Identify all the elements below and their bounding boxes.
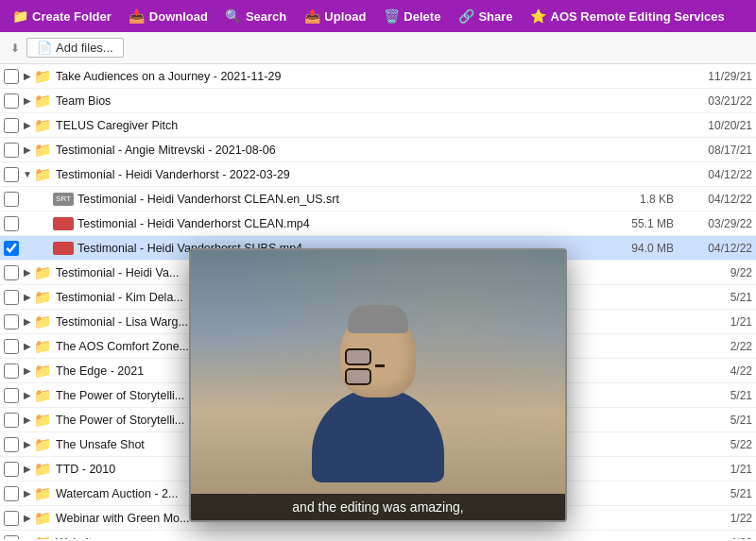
add-files-row: ⬇ 📄 Add files... [0, 32, 756, 64]
row-checkbox[interactable] [4, 69, 19, 84]
file-row[interactable]: ▶📁TELUS Caregiver Pitch10/20/21 [0, 113, 756, 138]
download-button[interactable]: 📥Download [121, 5, 215, 27]
row-checkbox[interactable] [4, 462, 19, 477]
row-expand-arrow[interactable] [21, 217, 34, 230]
file-date: 1/21 [681, 315, 752, 329]
row-checkbox[interactable] [4, 216, 19, 231]
add-files-label: Add files... [56, 41, 113, 55]
share-button[interactable]: 🔗Share [450, 5, 520, 27]
download-icon: 📥 [129, 8, 146, 25]
row-expand-arrow[interactable]: ▶ [21, 315, 34, 329]
row-checkbox[interactable] [4, 192, 19, 207]
folder-icon: 📁 [34, 436, 52, 453]
file-date: 11/29/21 [681, 70, 752, 83]
file-date: 1/21 [681, 463, 752, 476]
file-size: 55.1 MB [615, 217, 681, 230]
file-date: 03/21/22 [681, 94, 752, 108]
file-date: 5/21 [681, 389, 752, 402]
file-date: 03/29/22 [681, 217, 752, 230]
collapse-arrow[interactable]: ⬇ [8, 41, 23, 56]
row-expand-arrow[interactable]: ▶ [21, 70, 34, 83]
folder-icon: 📁 [34, 387, 52, 404]
row-checkbox[interactable] [4, 93, 19, 109]
folder-icon: 📁 [34, 68, 52, 85]
video-background: and the editing was amazing, [191, 250, 565, 520]
create-folder-label: Create Folder [32, 9, 112, 24]
row-expand-arrow[interactable]: ▶ [21, 340, 34, 353]
video-thumbnail-icon [53, 242, 74, 255]
file-size: 94.0 MB [615, 242, 681, 255]
file-date: 4/22 [681, 536, 752, 540]
row-checkbox[interactable] [4, 363, 19, 379]
row-expand-arrow[interactable]: ▶ [21, 389, 34, 402]
row-expand-arrow[interactable]: ▶ [21, 291, 34, 304]
file-row[interactable]: ▼📁Testimonial - Heidi Vanderhorst - 2022… [0, 162, 756, 187]
create-folder-button[interactable]: 📁Create Folder [4, 5, 119, 27]
row-expand-arrow[interactable]: ▶ [21, 119, 34, 132]
row-checkbox[interactable] [4, 143, 19, 158]
row-checkbox[interactable] [4, 535, 19, 540]
share-label: Share [478, 9, 512, 24]
row-checkbox[interactable] [4, 290, 19, 305]
row-expand-arrow[interactable]: ▶ [21, 414, 34, 427]
file-row[interactable]: ▶📁Testimonial - Angie Mitrevski - 2021-0… [0, 138, 756, 162]
video-thumbnail-icon [53, 217, 74, 230]
file-name: TELUS Caregiver Pitch [56, 119, 615, 132]
file-date: 9/22 [681, 266, 752, 279]
row-expand-arrow[interactable]: ▶ [21, 438, 34, 451]
upload-button[interactable]: 📤Upload [296, 5, 373, 27]
row-checkbox[interactable] [4, 511, 19, 526]
row-expand-arrow[interactable]: ▶ [21, 463, 34, 476]
row-expand-arrow[interactable]: ▶ [21, 364, 34, 378]
row-expand-arrow[interactable]: ▼ [21, 168, 34, 181]
folder-icon: 📁 [34, 93, 52, 110]
file-row[interactable]: ▶📁Team Bios03/21/22 [0, 89, 756, 113]
row-checkbox[interactable] [4, 486, 19, 501]
row-expand-arrow[interactable]: ▶ [21, 266, 34, 279]
row-checkbox[interactable] [4, 314, 19, 330]
file-date: 04/12/22 [681, 242, 752, 255]
row-checkbox[interactable] [4, 265, 19, 280]
folder-icon: 📁 [34, 289, 52, 306]
folder-icon: 📁 [34, 142, 52, 159]
delete-button[interactable]: 🗑️Delete [375, 5, 448, 27]
row-expand-arrow[interactable] [21, 193, 34, 206]
file-date: 08/17/21 [681, 144, 752, 157]
row-checkbox[interactable] [4, 339, 19, 354]
upload-icon: 📤 [303, 8, 320, 25]
row-expand-arrow[interactable]: ▶ [21, 487, 34, 500]
row-checkbox[interactable] [4, 241, 19, 256]
file-date: 5/21 [681, 487, 752, 500]
row-checkbox[interactable] [4, 167, 19, 182]
create-folder-icon: 📁 [11, 8, 28, 25]
row-expand-arrow[interactable]: ▶ [21, 94, 34, 108]
person-head [340, 313, 416, 397]
search-button[interactable]: 🔍Search [217, 5, 294, 27]
file-row[interactable]: ▶📁Take Audiences on a Journey - 2021-11-… [0, 64, 756, 89]
row-expand-arrow[interactable]: ▶ [21, 512, 34, 525]
file-row[interactable]: Testimonial - Heidi Vanderhorst CLEAN.mp… [0, 211, 756, 236]
row-checkbox[interactable] [4, 118, 19, 133]
delete-label: Delete [404, 9, 440, 24]
row-expand-arrow[interactable] [21, 242, 34, 255]
row-checkbox[interactable] [4, 413, 19, 428]
search-icon: 🔍 [225, 8, 242, 25]
row-checkbox[interactable] [4, 437, 19, 452]
folder-icon: 📁 [34, 412, 52, 429]
folder-icon: 📁 [34, 363, 52, 380]
file-row[interactable]: ▶📁Website4/22 [0, 531, 756, 539]
aos-button[interactable]: ⭐AOS Remote Editing Services [523, 5, 732, 27]
file-name: Team Bios [56, 94, 615, 108]
row-expand-arrow[interactable]: ▶ [21, 144, 34, 157]
folder-icon: 📁 [34, 166, 52, 183]
folder-icon: 📁 [34, 117, 52, 134]
toolbar: 📁Create Folder📥Download🔍Search📤Upload🗑️D… [0, 0, 756, 32]
search-label: Search [246, 9, 286, 24]
add-files-button[interactable]: 📄 Add files... [26, 38, 124, 58]
file-name: Testimonial - Heidi Vanderhorst - 2022-0… [56, 168, 615, 181]
file-row[interactable]: SRTTestimonial - Heidi Vanderhorst CLEAN… [0, 187, 756, 211]
file-name: Website [56, 536, 615, 540]
row-expand-arrow[interactable]: ▶ [21, 536, 34, 540]
folder-icon: 📁 [34, 313, 52, 330]
row-checkbox[interactable] [4, 388, 19, 403]
